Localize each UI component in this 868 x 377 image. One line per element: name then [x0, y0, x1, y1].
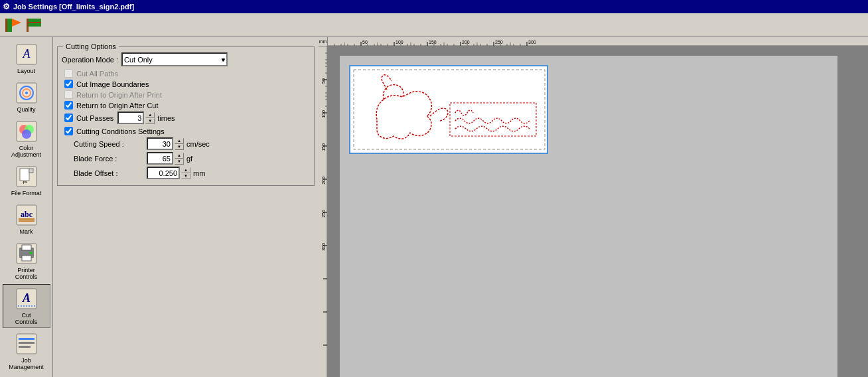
quality-icon [15, 81, 38, 105]
blade-offset-up-button[interactable]: ▲ [181, 167, 190, 173]
sidebar-label-color-adjustment: ColorAdjustment [11, 145, 41, 158]
svg-rect-19 [29, 169, 33, 173]
toolbar-flag2-button[interactable] [24, 16, 45, 35]
cut-passes-label: Cut Passes [76, 114, 113, 122]
svg-rect-35 [19, 342, 35, 344]
sidebar-item-printer-controls[interactable]: PrinterControls [3, 239, 50, 283]
blade-offset-spin-buttons: ▲ ▼ [181, 167, 190, 179]
toolbar-flag1-button[interactable] [3, 16, 24, 35]
svg-text:100: 100 [396, 40, 403, 44]
cutting-speed-spinbox: ▲ ▼ [147, 137, 184, 150]
blade-force-label: Blade Force : [74, 155, 147, 163]
job-management-icon [15, 332, 38, 356]
cut-passes-checkbox[interactable] [64, 113, 73, 122]
return-origin-print-checkbox[interactable] [64, 90, 73, 99]
window-title: Job Settings [Off_limits_sign2.pdf] [13, 3, 134, 11]
cut-passes-up-button[interactable]: ▲ [145, 112, 155, 118]
svg-text:150: 150 [321, 143, 326, 151]
cut-all-paths-row: Cut All Paths [64, 69, 310, 78]
sidebar-item-job-management[interactable]: JobManagement [3, 329, 50, 373]
paper [340, 56, 837, 377]
return-origin-print-row: Return to Origin After Print [64, 90, 310, 99]
ruler-left: 50 100 150 200 250 300 [319, 46, 328, 377]
blade-offset-input[interactable] [147, 167, 180, 179]
cut-image-boundaries-row: Cut Image Boundaries [64, 80, 310, 88]
preview-area: mm 50 100 150 200 250 300 [319, 37, 868, 377]
operation-mode-select-wrapper: Cut Only Print and Cut Print Only ▼ [121, 52, 228, 66]
svg-rect-23 [19, 218, 35, 220]
printer-controls-icon [15, 242, 38, 265]
svg-text:.ps: .ps [21, 180, 27, 184]
file-format-icon: .ps [15, 165, 38, 188]
svg-point-29 [30, 252, 33, 254]
sidebar-label-quality: Quality [17, 106, 35, 113]
blade-offset-unit: mm [193, 169, 205, 177]
svg-text:A: A [22, 47, 31, 60]
main-area: A Layout Quality [0, 37, 868, 377]
svg-rect-17 [20, 169, 29, 181]
cutting-speed-up-button[interactable]: ▲ [175, 138, 184, 144]
blade-force-up-button[interactable]: ▲ [175, 153, 184, 159]
cutting-conditions-checkbox[interactable] [64, 127, 73, 135]
operation-mode-label: Operation Mode : [62, 56, 121, 64]
sidebar-label-printer-controls: PrinterControls [15, 267, 38, 280]
cut-image-boundaries-checkbox[interactable] [64, 80, 73, 88]
sidebar-label-job-management: JobManagement [9, 357, 44, 370]
sidebar-item-cut-controls[interactable]: A CutControls [3, 284, 50, 328]
operation-mode-select[interactable]: Cut Only Print and Cut Print Only [121, 52, 228, 66]
blade-force-input[interactable] [147, 152, 173, 165]
cutting-options-title: Cutting Options [63, 42, 119, 50]
cut-image-boundaries-label: Cut Image Boundaries [76, 80, 149, 88]
svg-text:50: 50 [321, 78, 326, 84]
blade-offset-row: Blade Offset : ▲ ▼ mm [74, 167, 310, 179]
sidebar-item-layout[interactable]: A Layout [3, 40, 50, 77]
sidebar-item-mark[interactable]: abc Mark [3, 200, 50, 238]
sidebar-item-quality[interactable]: Quality [3, 78, 50, 115]
svg-text:300: 300 [321, 243, 326, 251]
svg-text:100: 100 [321, 110, 326, 118]
svg-text:300: 300 [528, 40, 536, 44]
svg-point-15 [22, 129, 31, 139]
cutting-conditions-row: Cutting Conditions Settings [64, 127, 310, 135]
return-origin-cut-checkbox[interactable] [64, 101, 73, 110]
cut-passes-row: Cut Passes ▲ ▼ times [64, 112, 310, 124]
cut-passes-input[interactable] [117, 112, 144, 124]
cutting-speed-label: Cutting Speed : [74, 140, 147, 148]
sidebar-label-cut-controls: CutControls [15, 312, 38, 325]
design-area-box [349, 65, 548, 154]
sidebar: A Layout Quality [0, 37, 53, 377]
sidebar-label-mark: Mark [20, 228, 33, 235]
blade-force-unit: gf [186, 155, 192, 163]
blade-force-down-button[interactable]: ▼ [175, 159, 184, 165]
cutting-speed-row: Cutting Speed : ▲ ▼ cm/sec [74, 137, 310, 150]
svg-rect-34 [19, 338, 35, 340]
svg-text:150: 150 [429, 40, 437, 44]
sidebar-item-color-adjustment[interactable]: ColorAdjustment [3, 117, 50, 161]
sidebar-item-file-format[interactable]: .ps File Format [3, 162, 50, 199]
svg-marker-1 [12, 19, 21, 27]
svg-text:250: 250 [321, 210, 326, 218]
sidebar-label-file-format: File Format [11, 190, 42, 196]
color-adjustment-icon [15, 119, 38, 143]
mark-icon: abc [15, 203, 38, 227]
svg-rect-36 [19, 346, 31, 348]
cutting-speed-spin-buttons: ▲ ▼ [175, 138, 184, 150]
svg-text:abc: abc [21, 210, 33, 219]
cutting-speed-input[interactable] [147, 137, 173, 150]
blade-force-spinbox: ▲ ▼ [147, 152, 184, 165]
layout-icon: A [15, 42, 38, 66]
cutting-conditions-group: Cutting Speed : ▲ ▼ cm/sec Blade Force : [74, 137, 310, 179]
svg-rect-28 [22, 256, 31, 261]
cut-passes-spinbox: ▲ ▼ [117, 112, 155, 124]
cutting-speed-down-button[interactable]: ▼ [175, 144, 184, 150]
blade-offset-spinbox: ▲ ▼ [147, 167, 190, 179]
svg-rect-0 [7, 19, 12, 32]
svg-text:250: 250 [495, 40, 503, 44]
cut-passes-down-button[interactable]: ▼ [145, 118, 155, 124]
blade-force-spin-buttons: ▲ ▼ [175, 153, 184, 165]
blade-offset-down-button[interactable]: ▼ [181, 173, 190, 179]
svg-rect-3 [27, 19, 29, 32]
cut-all-paths-checkbox[interactable] [64, 69, 73, 78]
svg-text:A: A [21, 291, 30, 305]
svg-point-11 [25, 92, 28, 94]
